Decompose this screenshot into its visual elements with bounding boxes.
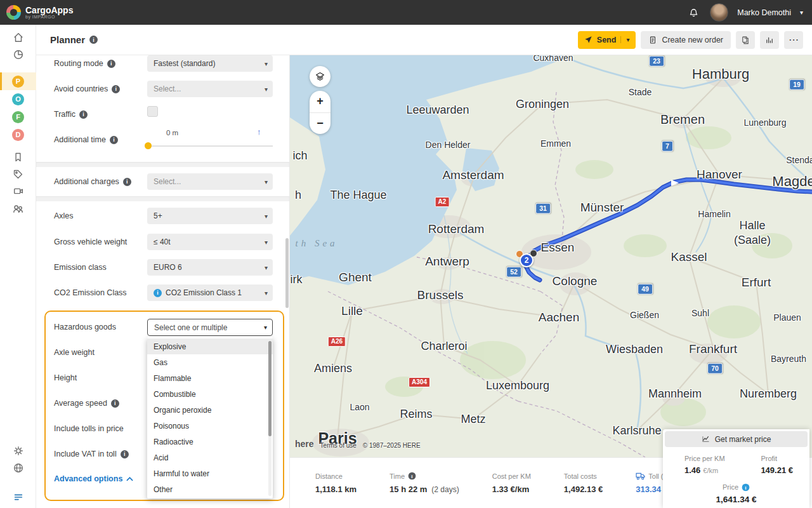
map-layers-button[interactable] — [310, 66, 331, 87]
chevron-down-icon: ▾ — [265, 239, 268, 246]
sidebar-item-o[interactable]: O — [0, 90, 36, 108]
brand-subtitle: by IMPARGO — [25, 15, 73, 19]
map-city-label: Bremen — [660, 112, 705, 127]
hazardous-option[interactable]: Explosive — [147, 338, 273, 354]
additional-time-label: Additional time i — [54, 131, 118, 148]
chevron-down-icon: ▾ — [620, 36, 629, 43]
road-badge: 7 — [662, 141, 673, 152]
users-icon — [12, 203, 24, 215]
chevron-down-icon[interactable]: ▾ — [800, 9, 803, 16]
label-text: Avoid countries — [54, 84, 108, 93]
zoom-out-button[interactable]: − — [310, 113, 331, 135]
hazardous-goods-select[interactable]: Select one or multiple ▾ — [147, 319, 273, 336]
create-new-order-button[interactable]: Create new order — [641, 31, 731, 49]
sidebar-item-d[interactable]: D — [0, 126, 36, 144]
map-city-label: Charleroi — [421, 340, 467, 353]
map-city-label: Rotterdam — [428, 222, 485, 236]
hazardous-option[interactable]: Flammable — [147, 370, 273, 386]
truck-icon — [636, 472, 645, 480]
info-icon: i — [121, 450, 129, 458]
map-city-label: Metz — [461, 413, 485, 426]
hazardous-options-list: ExplosiveGasFlammableCombustibleOrganic … — [147, 338, 273, 497]
increase-time-arrow[interactable]: ↑ — [257, 127, 261, 137]
page-title-text: Planner — [50, 34, 85, 45]
panel-scrollbar-thumb[interactable] — [285, 238, 289, 308]
map-city-label: Antwerp — [425, 255, 469, 269]
user-avatar[interactable] — [710, 3, 728, 22]
sidebar-item-bookmarks[interactable] — [0, 148, 36, 166]
sidebar-item-home[interactable] — [0, 29, 36, 46]
letter-badge: F — [12, 111, 24, 123]
menu-scrollbar-thumb[interactable] — [268, 341, 272, 436]
map-city-label: Stade — [629, 87, 652, 97]
hazardous-option[interactable]: Other — [147, 481, 273, 497]
cargoapps-logo[interactable]: CargoApps by IMPARGO — [0, 5, 73, 20]
traffic-label: Traffic i — [54, 106, 88, 123]
letter-badge: P — [12, 76, 24, 88]
hazardous-option[interactable]: Gas — [147, 354, 273, 370]
sidebar-item-f[interactable]: F — [0, 108, 36, 126]
analytics-button[interactable] — [760, 31, 779, 49]
chevron-down-icon: ▾ — [265, 86, 268, 93]
get-market-price-button[interactable]: Get market price — [665, 431, 808, 447]
traffic-checkbox[interactable] — [147, 106, 158, 117]
route-cluster-marker[interactable]: 2 — [520, 253, 534, 267]
hazardous-option[interactable]: Radioactive — [147, 434, 273, 450]
map-city-label: Wiesbaden — [606, 343, 663, 356]
additional-time-slider[interactable] — [147, 145, 273, 147]
more-options-button[interactable]: ⋯ — [784, 31, 803, 49]
copyright-text: © 1987–2025 HERE — [363, 442, 421, 449]
section-divider — [36, 162, 289, 167]
axles-select[interactable]: 5+ ▾ — [147, 208, 273, 224]
label-text: CO2 Emission Class — [54, 288, 127, 297]
logo-icon — [6, 5, 21, 20]
hazardous-option[interactable]: Poisonous — [147, 418, 273, 434]
info-icon: i — [742, 483, 750, 491]
terms-of-use-link[interactable]: Terms of use — [320, 442, 357, 449]
sidebar-item-contacts[interactable] — [0, 199, 36, 217]
export-document-button[interactable] — [736, 31, 755, 49]
label-text: Additional time — [54, 135, 106, 144]
sidebar-item-p[interactable]: P — [0, 72, 36, 90]
gross-vehicle-weight-select[interactable]: ≤ 40t ▾ — [147, 234, 273, 250]
hazardous-option[interactable]: Acid — [147, 450, 273, 465]
notifications-button[interactable] — [686, 5, 701, 20]
document-icon — [648, 36, 657, 44]
avoid-countries-select[interactable]: Select... ▾ — [147, 81, 273, 97]
sidebar-item-telematics[interactable] — [0, 182, 36, 200]
co2-emission-class-select[interactable]: i CO2 Emission Class 1 ▾ — [147, 284, 273, 301]
stat-value: 15 h 22 m(2 days) — [390, 485, 459, 494]
map-city-label: Kassel — [671, 250, 707, 264]
label-text: Routing mode — [54, 59, 103, 68]
info-icon: i — [110, 136, 118, 144]
user-name[interactable]: Marko Demothi — [737, 8, 791, 17]
sidebar-item-reports[interactable] — [0, 46, 36, 64]
hazardous-option[interactable]: Organic peroxide — [147, 402, 273, 418]
sidebar-item-language[interactable] — [0, 459, 36, 477]
hazardous-option[interactable]: Harmful to water — [147, 465, 273, 481]
road-badge: A26 — [328, 337, 346, 347]
sidebar-item-pricing[interactable] — [0, 165, 36, 183]
zoom-in-button[interactable]: + — [310, 91, 331, 113]
additional-charges-select[interactable]: Select... ▾ — [147, 173, 273, 190]
select-value: CO2 Emission Class 1 — [166, 288, 242, 297]
sidebar-item-collapse[interactable] — [0, 488, 36, 506]
here-logo: here — [295, 439, 314, 449]
price-value: 1,641.34 € — [663, 495, 809, 504]
hazardous-option[interactable]: Combustible — [147, 386, 273, 402]
route-map[interactable]: CuxhavenHamburgStadeLeeuwardenGroningenB… — [290, 55, 812, 457]
map-city-label: Leeuwarden — [406, 104, 469, 117]
send-button-label: Send — [597, 36, 617, 44]
average-speed-label: Average speed i — [54, 395, 119, 411]
send-button[interactable]: Send ▾ — [578, 31, 636, 49]
road-badge: 49 — [638, 284, 653, 295]
advanced-options-link[interactable]: Advanced options — [54, 474, 133, 483]
select-placeholder: Select... — [154, 84, 181, 93]
slider-knob[interactable] — [145, 142, 152, 149]
emission-class-select[interactable]: EURO 6 ▾ — [147, 259, 273, 276]
include-vat-label: Include VAT in toll i — [54, 446, 129, 462]
routing-mode-select[interactable]: Fastest (standard) ▾ — [147, 55, 273, 72]
additional-charges-label: Additional charges i — [54, 173, 131, 190]
sidebar-item-settings[interactable] — [0, 442, 36, 460]
road-badge: 19 — [789, 79, 804, 90]
